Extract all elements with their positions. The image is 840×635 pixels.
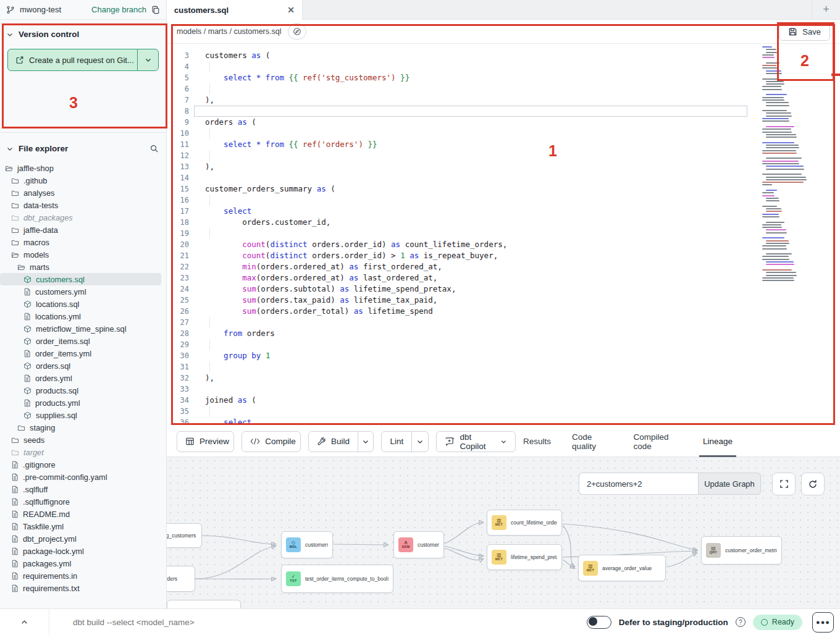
more-options-button[interactable]: ●●● — [812, 612, 834, 633]
file-tree-item-staging[interactable]: staging — [0, 421, 161, 434]
file-tree-item-dbt_packages[interactable]: dbt_packages — [0, 211, 161, 224]
file-tree-item-.sqlfluff[interactable]: .sqlfluff — [0, 483, 161, 495]
change-branch-link[interactable]: Change branch — [91, 5, 146, 14]
minimap[interactable] — [761, 46, 813, 286]
file-tree-item-.gitignore[interactable]: .gitignore — [0, 458, 161, 471]
code-line-19: 19 — [167, 228, 840, 239]
file-icon — [11, 510, 19, 518]
file-tree-item-order_items.yml[interactable]: order_items.yml — [0, 347, 161, 360]
line-number: 16 — [167, 195, 194, 206]
create-pr-button-group: Create a pull request on Git... — [7, 49, 159, 71]
file-tree-item-requirements.in[interactable]: requirements.in — [0, 570, 161, 582]
command-input[interactable] — [73, 618, 419, 627]
close-tab-icon[interactable]: ✕ — [287, 5, 295, 15]
lint-button[interactable]: Lint — [382, 432, 411, 452]
code-text: sum(orders.tax_paid) as lifetime_tax_pai… — [194, 295, 437, 306]
file-tree-item-jaffle-shop[interactable]: jaffle-shop — [0, 162, 161, 174]
lineage-canvas[interactable]: ◇MDLstg_customers◇MDLorders◇MDLcustomers… — [167, 457, 840, 608]
file-tree-item-supplies.sql[interactable]: supplies.sql — [0, 409, 161, 421]
fullscreen-button[interactable] — [772, 473, 796, 495]
copilot-compass-icon[interactable] — [288, 23, 306, 40]
code-line-6: 6 — [167, 83, 840, 95]
defer-toggle[interactable] — [587, 616, 611, 629]
tab-results[interactable]: Results — [523, 426, 551, 457]
met-badge-icon: ▥MET — [492, 550, 506, 565]
file-label: Taskfile.yml — [23, 522, 64, 531]
compile-button[interactable]: Compile — [242, 431, 301, 452]
file-tree-item-orders.sql[interactable]: orders.sql — [0, 360, 161, 372]
file-tree-item-jaffle-data[interactable]: jaffle-data — [0, 224, 161, 236]
file-tree-item-.sqlfluffignore[interactable]: .sqlfluffignore — [0, 495, 161, 508]
file-tree-item-locations.sql[interactable]: locations.sql — [0, 298, 161, 310]
tab-code-quality[interactable]: Code quality — [572, 426, 612, 457]
create-pr-button[interactable]: Create a pull request on Git... — [8, 49, 137, 70]
help-icon[interactable]: ? — [736, 617, 746, 627]
lineage-node-partial[interactable] — [167, 600, 241, 608]
line-number: 36 — [167, 417, 194, 426]
file-tree-item-data-tests[interactable]: data-tests — [0, 199, 161, 211]
file-tree-item-requirements.txt[interactable]: requirements.txt — [0, 582, 161, 594]
lineage-node-customers[interactable]: ◇MDLcustomers — [281, 531, 333, 558]
file-tree-item-products.yml[interactable]: products.yml — [0, 397, 161, 409]
file-tree-item-metricflow_time_spine.sql[interactable]: metricflow_time_spine.sql — [0, 322, 161, 335]
chevron-up-icon[interactable] — [0, 609, 49, 635]
file-tree-item-.pre-commit-config.yaml[interactable]: .pre-commit-config.yaml — [0, 471, 161, 483]
file-explorer-header[interactable]: File explorer — [0, 133, 166, 159]
file-tree-item-dbt_project.yml[interactable]: dbt_project.yml — [0, 532, 161, 545]
branch-name: mwong-test — [20, 5, 61, 14]
create-pr-dropdown-caret[interactable] — [137, 49, 158, 70]
lint-dropdown-caret[interactable] — [411, 432, 428, 452]
file-label: products.sql — [36, 386, 78, 395]
update-graph-button[interactable]: Update Graph — [698, 473, 761, 495]
file-tree-item-orders.yml[interactable]: orders.yml — [0, 372, 161, 384]
file-tree-item-target[interactable]: target — [0, 446, 161, 458]
lineage-node-count_lifetime_orders[interactable]: ▥METcount_lifetime_orders — [487, 510, 562, 536]
code-editor[interactable]: 3customers as (45 select * from {{ ref('… — [167, 44, 840, 426]
search-icon[interactable] — [149, 144, 159, 153]
code-text: min(orders.ordered_at) as first_ordered_… — [194, 261, 442, 272]
build-dropdown-caret[interactable] — [358, 432, 373, 452]
lineage-node-average_order_value[interactable]: ▥METaverage_order_value — [578, 555, 666, 581]
dbt-copilot-button[interactable]: dbt Copilot — [436, 431, 516, 452]
file-tree-item-package-lock.yml[interactable]: package-lock.yml — [0, 545, 161, 557]
file-tree-item-marts[interactable]: marts — [0, 261, 161, 273]
model-icon — [23, 362, 32, 370]
lineage-node-orders[interactable]: ◇MDLorders — [167, 566, 195, 592]
file-tree-item-products.sql[interactable]: products.sql — [0, 384, 161, 397]
file-tree-item-packages.yml[interactable]: packages.yml — [0, 557, 161, 570]
line-number: 12 — [167, 150, 194, 161]
code-line-34: 34joined as ( — [167, 395, 840, 406]
lineage-node-lifetime_spend_pretax[interactable]: ▥METlifetime_spend_pretax — [487, 544, 562, 570]
version-control-header[interactable]: Version control — [0, 20, 166, 44]
tab-compiled-code[interactable]: Compiled code — [633, 426, 681, 457]
lineage-node-label: customers — [305, 542, 328, 548]
lineage-node-test_order_items_compute_to_bools...[interactable]: ✓TSTtest_order_items_compute_to_bools... — [281, 565, 393, 593]
build-button[interactable]: Build — [309, 432, 358, 452]
code-text — [194, 150, 205, 161]
file-tree-item-models[interactable]: models — [0, 248, 161, 261]
lineage-node-stg_customers[interactable]: ◇MDLstg_customers — [167, 523, 202, 548]
preview-button[interactable]: Preview — [177, 431, 234, 452]
file-tree-item-locations.yml[interactable]: locations.yml — [0, 310, 161, 322]
file-tree-item-order_items.sql[interactable]: order_items.sql — [0, 335, 161, 347]
new-tab-button[interactable]: + — [812, 0, 840, 19]
file-tree-item-macros[interactable]: macros — [0, 236, 161, 248]
refresh-button[interactable] — [801, 473, 825, 495]
file-tree-item-seeds[interactable]: seeds — [0, 434, 161, 446]
lineage-filter-input[interactable] — [579, 473, 698, 495]
lineage-node-customer_order_metrics[interactable]: ▤QRYcustomer_order_metrics — [701, 536, 782, 565]
file-label: dbt_project.yml — [23, 534, 77, 544]
save-button[interactable]: Save — [779, 22, 830, 41]
lineage-node-label: test_order_items_compute_to_bools... — [305, 576, 388, 582]
lineage-node-customers[interactable]: ⋔SEMcustomers — [393, 531, 444, 558]
status-badge: Ready — [753, 615, 802, 630]
tab-customers-sql[interactable]: customers.sql ✕ — [167, 0, 303, 20]
file-tree-item-analyses[interactable]: analyses — [0, 187, 161, 199]
file-tree-item-README.md[interactable]: README.md — [0, 508, 161, 520]
file-tree-item-customers.yml[interactable]: customers.yml — [0, 285, 161, 298]
file-tree-item-.github[interactable]: .github — [0, 174, 161, 187]
file-tree-item-customers.sql[interactable]: customers.sql — [0, 273, 161, 285]
tab-lineage[interactable]: Lineage — [703, 426, 733, 457]
copy-branch-icon[interactable] — [151, 6, 160, 14]
file-tree-item-Taskfile.yml[interactable]: Taskfile.yml — [0, 520, 161, 532]
